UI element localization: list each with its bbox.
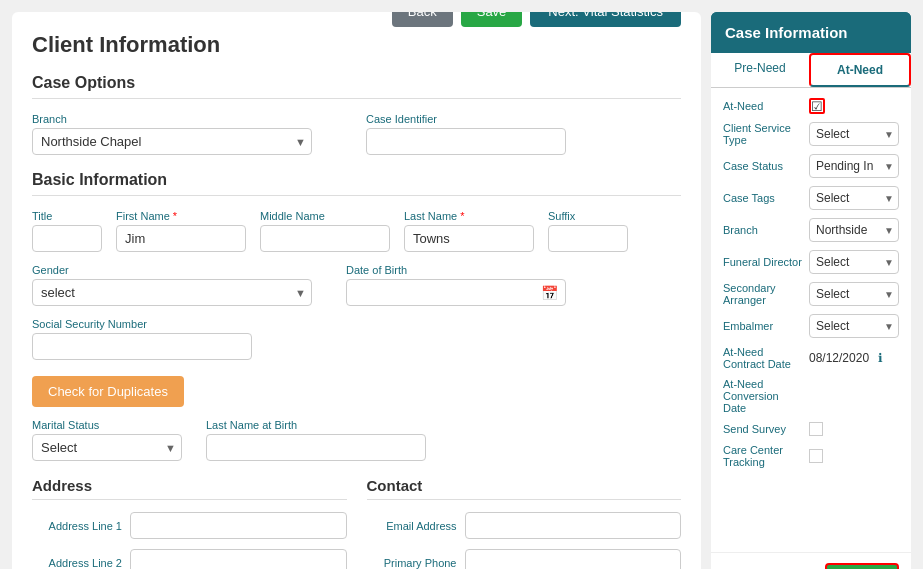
embalmer-label: Embalmer (723, 320, 803, 332)
basic-info-title: Basic Information (32, 171, 681, 196)
addr-line2-label: Address Line 2 (32, 557, 122, 569)
check-duplicates-button[interactable]: Check for Duplicates (32, 376, 184, 407)
branch-select[interactable]: Northside Chapel (32, 128, 312, 155)
funeral-director-select[interactable]: Select (809, 250, 899, 274)
side-save-button[interactable]: Save (825, 563, 899, 569)
case-tags-label: Case Tags (723, 192, 803, 204)
side-panel-title: Case Information (725, 24, 848, 41)
calendar-icon[interactable]: 📅 (541, 285, 558, 301)
case-options-title: Case Options (32, 74, 681, 99)
case-identifier-label: Case Identifier (366, 113, 566, 125)
title-input[interactable] (32, 225, 102, 252)
client-service-type-label: Client Service Type (723, 122, 803, 146)
phone-label: Primary Phone (367, 557, 457, 569)
phone-input[interactable] (465, 549, 682, 569)
addr-line1-label: Address Line 1 (32, 520, 122, 532)
case-tags-select[interactable]: Select (809, 186, 899, 210)
dob-input[interactable] (346, 279, 566, 306)
care-center-label: Care Center Tracking (723, 444, 803, 468)
info-icon[interactable]: ℹ (878, 351, 883, 365)
address-title: Address (32, 477, 347, 500)
case-identifier-input[interactable] (366, 128, 566, 155)
conversion-date-label: At-Need Conversion Date (723, 378, 803, 414)
next-button[interactable]: Next: Vital Statistics (530, 12, 681, 27)
send-survey-label: Send Survey (723, 423, 803, 435)
last-name-label: Last Name * (404, 210, 534, 222)
email-input[interactable] (465, 512, 682, 539)
last-name-input[interactable] (404, 225, 534, 252)
tab-pre-need[interactable]: Pre-Need (711, 53, 809, 87)
check-mark-icon: ☑ (811, 99, 823, 114)
embalmer-select[interactable]: Select (809, 314, 899, 338)
dob-label: Date of Birth (346, 264, 566, 276)
lnab-input[interactable] (206, 434, 426, 461)
suffix-label: Suffix (548, 210, 628, 222)
secondary-arranger-select[interactable]: Select (809, 282, 899, 306)
client-service-type-select[interactable]: Select (809, 122, 899, 146)
title-label: Title (32, 210, 102, 222)
save-main-button[interactable]: Save (461, 12, 523, 27)
gender-label: Gender (32, 264, 312, 276)
send-survey-checkbox[interactable] (809, 422, 823, 436)
marital-select[interactable]: Select (32, 434, 182, 461)
first-name-label: First Name * (116, 210, 246, 222)
funeral-director-label: Funeral Director (723, 256, 803, 268)
ssn-label: Social Security Number (32, 318, 252, 330)
tab-at-need[interactable]: At-Need (809, 53, 911, 87)
side-branch-label: Branch (723, 224, 803, 236)
at-need-checkbox[interactable]: ☑ (809, 98, 825, 114)
contract-date-value: 08/12/2020 (809, 351, 869, 365)
case-status-select[interactable]: Pending In (809, 154, 899, 178)
middle-name-input[interactable] (260, 225, 390, 252)
first-name-input[interactable] (116, 225, 246, 252)
care-center-checkbox[interactable] (809, 449, 823, 463)
back-button[interactable]: Back (392, 12, 453, 27)
contact-title: Contact (367, 477, 682, 500)
secondary-arranger-label: Secondary Arranger (723, 282, 803, 306)
marital-label: Marital Status (32, 419, 182, 431)
at-need-label: At-Need (723, 100, 803, 112)
contract-date-label: At-Need Contract Date (723, 346, 803, 370)
addr-line2-input[interactable] (130, 549, 347, 569)
page-title: Client Information (32, 32, 220, 57)
middle-name-label: Middle Name (260, 210, 390, 222)
addr-line1-input[interactable] (130, 512, 347, 539)
case-status-label: Case Status (723, 160, 803, 172)
email-label: Email Address (367, 520, 457, 532)
suffix-input[interactable] (548, 225, 628, 252)
ssn-input[interactable] (32, 333, 252, 360)
lnab-label: Last Name at Birth (206, 419, 426, 431)
gender-select[interactable]: select (32, 279, 312, 306)
branch-label: Branch (32, 113, 312, 125)
side-branch-select[interactable]: Northside (809, 218, 899, 242)
